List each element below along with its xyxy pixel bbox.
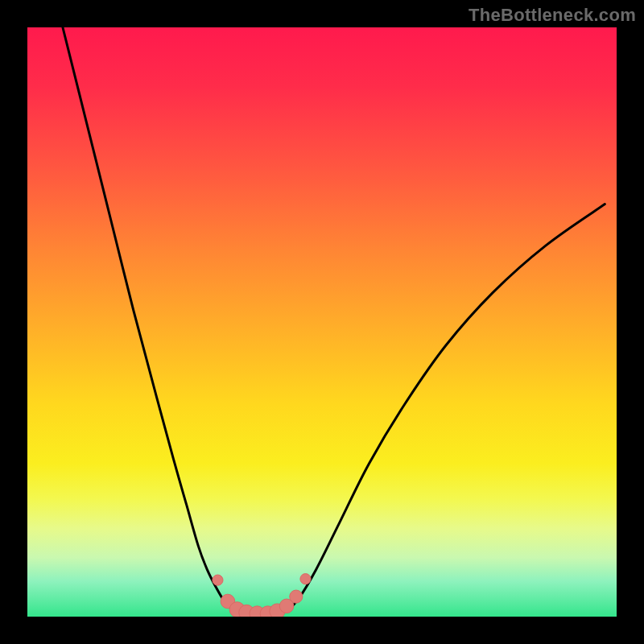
curve-left	[63, 27, 233, 611]
watermark-text: TheBottleneck.com	[469, 5, 636, 26]
curve-layer	[27, 27, 617, 617]
marker-dot	[213, 575, 223, 585]
curve-right	[287, 204, 605, 611]
marker-dot	[290, 590, 303, 603]
plot-area	[27, 27, 617, 617]
outer-frame: TheBottleneck.com	[0, 0, 644, 644]
marker-cluster	[213, 574, 311, 617]
marker-dot	[300, 574, 311, 584]
